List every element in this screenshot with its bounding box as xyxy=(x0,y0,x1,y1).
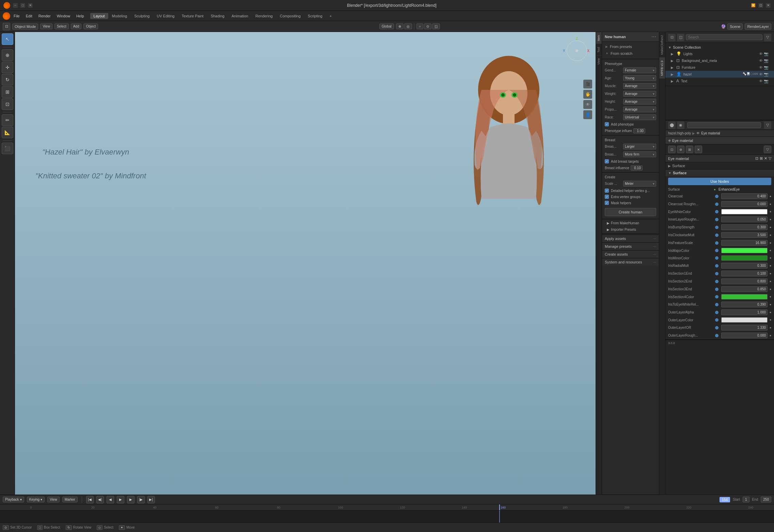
view-menu[interactable]: View xyxy=(40,23,52,29)
mask-helpers-checkbox[interactable]: ✓ xyxy=(605,201,609,205)
close-button[interactable]: ✕ xyxy=(28,3,33,8)
breast-influence-value[interactable]: 0.10 xyxy=(631,165,643,171)
use-nodes-button[interactable]: Use Nodes xyxy=(668,178,771,185)
mat-prop-dot-right-17[interactable]: • xyxy=(770,325,771,331)
workspace-modeling[interactable]: Modeling xyxy=(109,13,131,19)
surface-header[interactable]: ▼ Surface xyxy=(665,170,774,176)
mat-prop-value-2[interactable] xyxy=(721,209,768,214)
mat-prop-dot-right-13[interactable]: • xyxy=(770,294,771,300)
mat-prop-value-8[interactable] xyxy=(721,255,768,261)
workspace-layout[interactable]: Layout xyxy=(90,13,108,19)
workspace-shading[interactable]: Shading xyxy=(207,13,228,19)
view-orbit[interactable]: 👤 xyxy=(583,110,592,119)
mat-prop-dot-right-11[interactable]: • xyxy=(770,279,771,284)
mat-prop-dot-right-18[interactable]: • xyxy=(770,333,771,338)
cursor-tool[interactable]: ⊕ xyxy=(2,49,13,61)
sc-item-lights[interactable]: ▶ 💡 Lights 👁 📷 xyxy=(665,50,774,57)
sc-item-furniture[interactable]: ▶ ⊡ Furniture 👁 📷 xyxy=(665,64,774,71)
scene-collection-header[interactable]: ▼ Scene Collection xyxy=(665,44,774,50)
phenotype-influen-value[interactable]: 1.00 xyxy=(633,128,645,133)
keying-btn[interactable]: Keying ▾ xyxy=(27,497,45,502)
create-assets-section[interactable]: Create assets ⋯ xyxy=(602,250,659,258)
extra-vertex-checkbox[interactable]: ✓ xyxy=(605,195,609,199)
mat-prop-value-15[interactable]: 1.000 xyxy=(721,309,768,315)
mat-prop-value-11[interactable]: 0.800 xyxy=(721,278,768,284)
scale-tool[interactable]: ⊞ xyxy=(2,86,13,98)
mat-prop-dot-right-10[interactable]: • xyxy=(770,271,771,276)
side-tab-tool[interactable]: Tool xyxy=(596,44,602,55)
bc-parent[interactable]: hazel.high-poly xyxy=(668,131,691,135)
age-select[interactable]: Young ▾ xyxy=(623,75,656,81)
sc-lights-eye[interactable]: 👁 xyxy=(759,52,763,56)
add-menu[interactable]: Add xyxy=(71,23,82,29)
side-tab-view[interactable]: View xyxy=(596,55,602,67)
race-select[interactable]: Universal ▾ xyxy=(623,114,656,120)
mat-ctrl-new[interactable]: ⊕ xyxy=(677,146,684,153)
select-menu[interactable]: Select xyxy=(54,23,69,29)
mat-prop-dot-right-0[interactable]: • xyxy=(770,194,771,199)
mode-select[interactable]: Object Mode xyxy=(12,23,38,30)
sc-hazel-eye[interactable]: 👁 xyxy=(759,72,763,77)
view-zoom[interactable]: 🖐 xyxy=(583,90,592,99)
workspace-scripting[interactable]: Scripting xyxy=(304,13,326,19)
sc-text-render[interactable]: 📷 xyxy=(764,79,769,83)
menu-file[interactable]: File xyxy=(11,13,22,19)
props-scene-icon[interactable]: ⊡ xyxy=(668,34,676,41)
mat-prop-value-13[interactable] xyxy=(721,294,768,300)
scene-search-input[interactable] xyxy=(686,34,762,40)
gender-select[interactable]: Female ▾ xyxy=(623,67,656,73)
mat-prop-dot-right-3[interactable]: • xyxy=(770,217,771,222)
from-makehuman-item[interactable]: ▶ From MakeHuman xyxy=(602,220,659,226)
mat-prop-value-0[interactable]: 0.400 xyxy=(721,193,768,199)
weight-select[interactable]: Average ▾ xyxy=(623,91,656,97)
props-mat-filter[interactable]: ▽ xyxy=(764,122,771,129)
mat-shield-icon[interactable]: ⊡ xyxy=(755,156,758,161)
sc-text-eye[interactable]: 👁 xyxy=(759,79,763,83)
jump-start-btn[interactable]: |◀ xyxy=(86,496,94,503)
menu-help[interactable]: Help xyxy=(74,13,87,19)
select-tool[interactable]: ↖ xyxy=(2,33,13,45)
workspace-compositing[interactable]: Compositing xyxy=(277,13,304,19)
mat-prop-value-10[interactable]: 0.100 xyxy=(721,271,768,276)
side-tab-makeclothes[interactable]: MakeClothes2 xyxy=(659,32,665,58)
mat-prop-dot-right-9[interactable]: • xyxy=(770,263,771,269)
create-human-button[interactable]: Create human xyxy=(605,208,656,216)
mat-prop-value-4[interactable]: 0.300 xyxy=(721,224,768,230)
mat-prop-value-12[interactable]: 0.850 xyxy=(721,286,768,292)
propo-select[interactable]: Average ▾ xyxy=(623,107,656,112)
playback-btn[interactable]: Playback ▾ xyxy=(3,497,24,502)
mat-ctrl-browse[interactable]: ⊡ xyxy=(668,146,676,153)
jump-end-btn[interactable]: ▶| xyxy=(147,496,155,503)
mat-prop-value-7[interactable] xyxy=(721,248,768,253)
props-mat-sphere-icon[interactable]: ⬤ xyxy=(668,122,676,129)
mat-prop-value-18[interactable]: 0.000 xyxy=(721,333,768,338)
next-keyframe-btn[interactable]: |▶ xyxy=(137,496,145,503)
sc-bg-eye[interactable]: 👁 xyxy=(759,59,763,63)
mat-settings-icon[interactable]: ▽ xyxy=(769,156,771,161)
step-forward-btn[interactable]: ▶ xyxy=(127,496,135,503)
scene-name[interactable]: Scene xyxy=(727,23,743,30)
rotate-tool[interactable]: ↻ xyxy=(2,74,13,85)
mat-prop-dot-right-15[interactable]: • xyxy=(770,310,771,315)
mat-prop-dot-right-16[interactable]: • xyxy=(770,317,771,323)
mat-prop-dot-right-6[interactable]: • xyxy=(770,240,771,246)
play-btn[interactable]: ▶ xyxy=(117,496,124,503)
workspace-rendering[interactable]: Rendering xyxy=(252,13,276,19)
gizmo-circle[interactable]: X Z Y xyxy=(567,41,587,61)
renderlayer-name[interactable]: RenderLayer xyxy=(745,23,771,30)
mat-prop-value-17[interactable]: 1.330 xyxy=(721,325,768,331)
prev-keyframe-btn[interactable]: ◀| xyxy=(96,496,104,503)
from-scratch-item[interactable]: ▼ From scratch xyxy=(602,50,659,57)
workspace-add[interactable]: + xyxy=(326,13,335,19)
snap-button[interactable]: ⊕ xyxy=(396,23,404,29)
window-close-button[interactable]: ✕ xyxy=(766,3,771,8)
mat-prop-dot-right-4[interactable]: • xyxy=(770,225,771,230)
menu-window[interactable]: Window xyxy=(54,13,73,19)
sc-lights-render[interactable]: 📷 xyxy=(764,52,769,56)
mat-prop-dot-right-2[interactable]: • xyxy=(770,209,771,214)
importer-presets-item[interactable]: ▶ Importer Presets xyxy=(602,226,659,233)
sc-item-background[interactable]: ▶ ⊡ Background_and_meta 👁 📷 xyxy=(665,57,774,64)
add-cube-tool[interactable]: ⬛ xyxy=(2,143,13,154)
step-back-btn[interactable]: ◀ xyxy=(107,496,114,503)
mat-prop-value-1[interactable]: 0.000 xyxy=(721,201,768,207)
